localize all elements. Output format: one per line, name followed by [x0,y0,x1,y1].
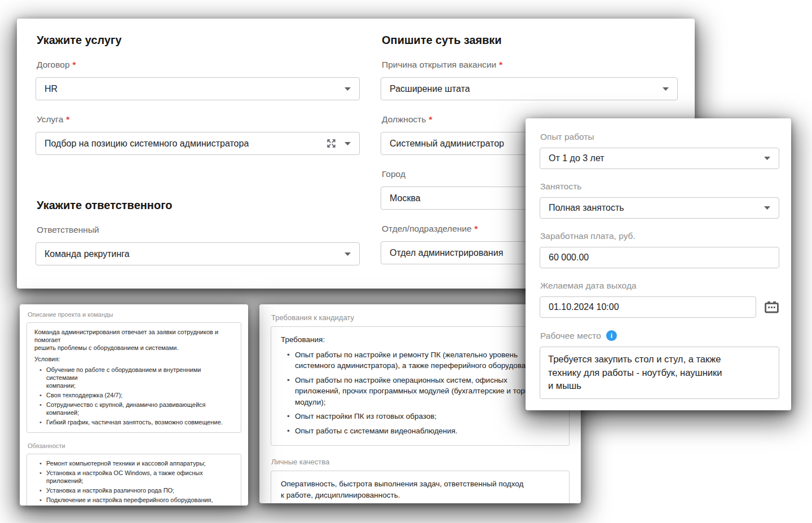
required-mark: * [66,114,69,124]
project-description-label: Описание проекта и команды [28,311,241,318]
workplace-textarea[interactable]: Требуется закупить стол и стул, а также … [540,347,779,399]
salary-label: Заработная плата, руб. [540,231,779,241]
chevron-down-icon [764,206,770,210]
reason-value: Расширение штата [390,84,470,94]
section-title-responsible: Укажите ответственного [37,199,360,211]
chevron-down-icon [345,87,351,91]
reason-label: Причина открытия вакансии* [382,60,678,70]
project-description-field[interactable]: Команда администрирования отвечает за за… [27,322,241,433]
field-start-date: Желаемая дата выхода 01.10.2024 10:00 [540,281,779,318]
label-text: Договор [37,60,70,69]
list-item: Опыт работы по настройке и ремонту ПК (ж… [287,349,560,371]
contract-select[interactable]: HR [36,77,360,100]
duties-field[interactable]: Ремонт компьютерной техники и кассовой а… [27,454,241,506]
field-workplace: Рабочее место i Требуется закупить стол … [540,330,779,399]
employment-select[interactable]: Полная занятость [540,197,779,219]
list-item: Опыт работы по настройке операционных си… [287,375,560,408]
field-employment: Занятость Полная занятость [540,181,779,219]
start-date-input[interactable]: 01.10.2024 10:00 [540,296,756,318]
label-text: Ответственный [37,225,99,234]
experience-select[interactable]: От 1 до 3 лет [540,148,779,169]
reason-select[interactable]: Расширение штата [381,77,678,100]
service-select[interactable]: Подбор на позицию системного администрат… [36,132,360,155]
list-item: Установка и настройка ОС Windows, а такж… [39,469,234,485]
requirements-label: Требования к кандидату [271,313,570,322]
list-item: Своя техподдержка (24/7); [39,391,234,399]
label-text: Причина открытия вакансии [382,60,496,69]
chevron-down-icon [663,87,669,91]
service-value: Подбор на позицию системного администрат… [45,139,249,149]
requirements-field[interactable]: Требования: Опыт работы по настройке и р… [271,326,570,446]
label-text: Услуга [37,114,63,124]
field-responsible: Ответственный Команда рекрутинга [36,225,360,265]
personal-qualities-text: Оперативность, быстрота выполнения задач… [281,480,523,499]
list-item: Установка и настройка различного рода ПО… [39,486,234,494]
field-reason: Причина открытия вакансии* Расширение шт… [381,60,678,100]
responsible-select[interactable]: Команда рекрутинга [36,242,360,265]
info-icon[interactable]: i [606,330,617,341]
conditions-title: Условия: [34,355,234,363]
responsible-value: Команда рекрутинга [45,249,130,259]
experience-label: Опыт работы [540,132,779,142]
field-salary: Заработная плата, руб. 60 000.00 [540,231,779,268]
calendar-icon[interactable] [764,300,779,314]
field-contract: Договор* HR [36,60,360,100]
start-date-row: 01.10.2024 10:00 [540,296,779,318]
contract-value: HR [45,84,58,94]
service-label: Услуга* [37,114,360,125]
start-date-value: 01.10.2024 10:00 [549,302,619,312]
department-value: Отдел администрирования [390,248,503,258]
required-mark: * [474,224,478,233]
label-text: Желаемая дата выхода [540,281,637,291]
employment-value: Полная занятость [549,203,624,213]
label-text: Заработная плата, руб. [540,231,636,241]
salary-input[interactable]: 60 000.00 [540,247,779,268]
section-title-request: Опишите суть заявки [382,34,678,46]
start-date-label: Желаемая дата выхода [540,281,779,291]
personal-qualities-field[interactable]: Оперативность, быстрота выполнения задач… [271,471,570,503]
label-text: Опыт работы [540,132,594,142]
expand-icon[interactable] [326,139,336,148]
employment-label: Занятость [540,181,779,192]
label-text: Должность [382,114,426,124]
requirements-intro: Требования: [281,334,560,345]
city-value: Москва [390,193,421,203]
section-title-service: Укажите услугу [37,34,360,46]
project-intro: Команда администрирования отвечает за за… [34,328,234,352]
required-mark: * [73,60,76,69]
chevron-down-icon [345,252,351,256]
required-mark: * [429,114,432,124]
panel-vacancy-details: Опыт работы От 1 до 3 лет Занятость Полн… [526,118,791,410]
label-text: Занятость [540,181,581,192]
label-text: Рабочее место [540,331,601,341]
chevron-down-icon [345,142,351,145]
personal-qualities-label: Личные качества [271,458,570,466]
list-item: Опыт работы с системами видеонаблюдения. [287,426,560,437]
list-item: Гибкий график, частичная занятость, возм… [39,418,234,426]
list-item: Обучение по работе с оборудованием и вну… [39,366,234,389]
experience-value: От 1 до 3 лет [549,153,604,163]
workplace-label: Рабочее место i [540,330,779,341]
list-item: Подключение и настройка переферийного об… [39,496,234,506]
required-mark: * [499,60,502,69]
list-item: Сотрудничество с крупной, динамично разв… [39,401,234,416]
field-service: Услуга* Подбор на позицию системного адм… [36,114,360,155]
column-service: Укажите услугу Договор* HR Услуга* Подбо… [36,34,360,289]
salary-value: 60 000.00 [549,252,589,263]
label-text: Отдел/подразделение [382,224,471,233]
position-value: Системный администратор [390,139,504,149]
label-text: Город [382,169,405,179]
list-item: Ремонт компьютерной техники и кассовой а… [39,459,234,467]
field-experience: Опыт работы От 1 до 3 лет [540,132,779,169]
contract-label: Договор* [37,60,360,70]
list-item: Опыт настройки ПК из готовых образов; [287,411,560,422]
chevron-down-icon [764,157,770,160]
responsible-label: Ответственный [37,225,360,235]
panel-project-description: Описание проекта и команды Команда админ… [20,304,248,506]
duties-label: Обязанности [28,442,241,450]
